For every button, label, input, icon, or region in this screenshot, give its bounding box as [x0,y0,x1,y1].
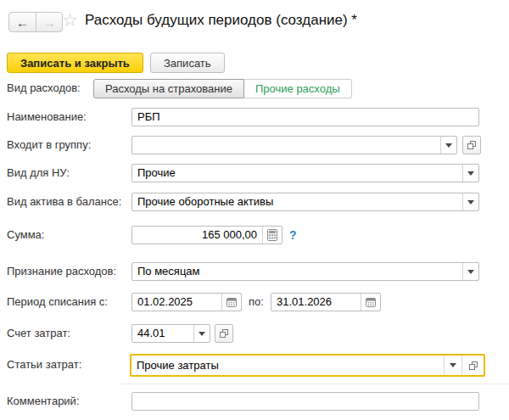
calculator-button[interactable] [262,227,282,244]
cost-item-label: Статьи затрат: [7,356,81,374]
save-button[interactable]: Записать [150,53,225,73]
open-in-form-icon [468,361,478,371]
open-in-form-icon [219,328,229,339]
back-button[interactable]: ← [9,13,36,31]
recognition-dropdown-button[interactable] [462,263,478,280]
comment-label: Комментарий: [7,392,80,411]
expense-type-label: Вид расходов: [7,79,81,98]
amount-field[interactable]: 165 000,00 [131,226,282,244]
group-label: Входит в группу: [7,136,91,154]
expense-type-option-other[interactable]: Прочие расходы [244,79,352,98]
nu-type-value[interactable]: Прочие [132,165,462,182]
asset-type-label: Вид актива в балансе: [7,193,121,211]
chevron-down-icon [467,171,474,176]
chevron-down-icon [467,270,474,274]
group-field[interactable] [131,136,457,154]
nu-type-label: Вид для НУ: [7,164,70,182]
expense-type-switch: Расходы на страхование Прочие расходы [93,79,352,98]
forward-button[interactable]: → [36,13,62,31]
chevron-down-icon [445,143,452,148]
amount-help-link[interactable]: ? [289,226,297,244]
asset-type-dropdown-button[interactable] [462,193,478,210]
calendar-icon [227,297,237,307]
nu-type-field[interactable]: Прочие [131,164,479,182]
calendar-icon [366,297,376,307]
nu-type-dropdown-button[interactable] [462,165,478,182]
recognition-value[interactable]: По месяцам [132,263,462,280]
period-to-value[interactable]: 31.01.2026 [271,294,361,311]
name-value[interactable]: РБП [132,109,478,126]
cost-account-open-button[interactable] [215,324,233,343]
asset-type-field[interactable]: Прочие оборотные активы [131,193,479,211]
page-title: Расходы будущих периодов (создание) * [85,12,357,29]
period-from-calendar-button[interactable] [221,294,241,311]
name-label: Наименование: [7,108,87,126]
recognition-field[interactable]: По месяцам [131,262,479,281]
deferred-expenses-form: ← → ☆ Расходы будущих периодов (создание… [0,0,509,420]
group-open-button[interactable] [462,136,481,154]
recognition-label: Признание расходов: [7,262,116,281]
period-from-field[interactable]: 01.02.2025 [131,293,242,311]
comment-field[interactable] [131,392,479,411]
history-nav-group: ← → [8,12,63,32]
cost-item-dropdown-button[interactable] [444,356,461,375]
period-to-calendar-button[interactable] [361,294,380,311]
period-to-label: по: [249,293,264,311]
section-divider [119,384,509,384]
chevron-down-icon [467,200,474,204]
favorite-star-icon[interactable]: ☆ [62,10,78,31]
cost-item-value[interactable]: Прочие затраты [131,356,444,375]
cost-account-field[interactable]: 44.01 [131,324,210,343]
chevron-down-icon [199,332,205,336]
group-value[interactable] [132,137,440,154]
asset-type-value[interactable]: Прочие оборотные активы [132,193,462,210]
name-field[interactable]: РБП [131,108,479,126]
period-from-value[interactable]: 01.02.2025 [132,294,221,311]
cost-account-dropdown-button[interactable] [193,325,210,342]
save-and-close-button[interactable]: Записать и закрыть [7,53,143,73]
amount-label: Сумма: [7,226,44,244]
comment-value[interactable] [132,393,478,410]
cost-item-open-button[interactable] [461,356,484,375]
arrow-left-icon: ← [16,15,29,30]
cost-item-field[interactable]: Прочие затраты [130,354,485,377]
group-dropdown-button[interactable] [440,137,456,154]
amount-value[interactable]: 165 000,00 [132,227,262,244]
arrow-right-icon: → [43,15,56,30]
period-from-label: Период списания с: [7,293,108,311]
cost-account-label: Счет затрат: [7,324,70,343]
open-in-form-icon [467,140,477,150]
chevron-down-icon [450,363,456,367]
calculator-icon [267,229,277,241]
cost-account-value[interactable]: 44.01 [132,325,193,342]
expense-type-option-insurance[interactable]: Расходы на страхование [93,79,244,98]
period-to-field[interactable]: 31.01.2026 [271,293,381,311]
